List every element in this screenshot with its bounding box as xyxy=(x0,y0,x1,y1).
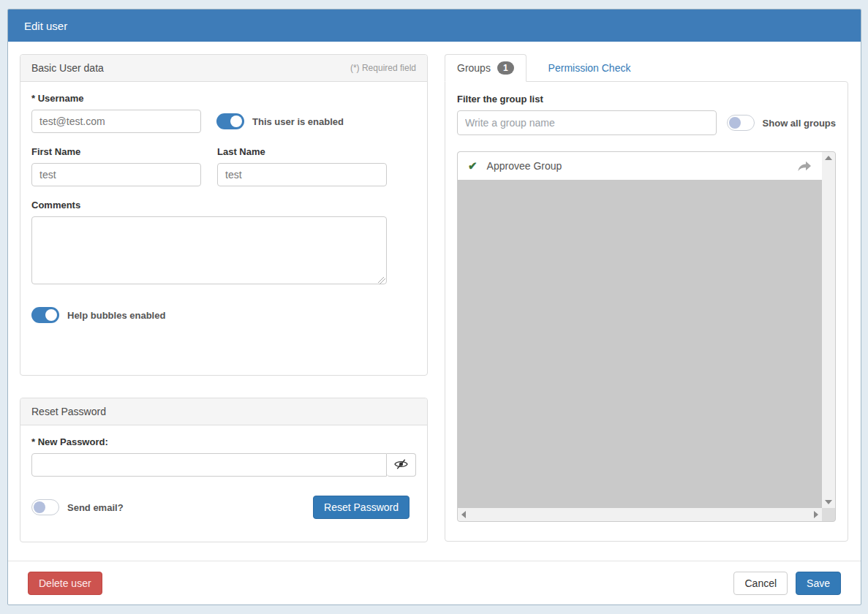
new-password-label: * New Password: xyxy=(31,436,416,447)
cancel-button[interactable]: Cancel xyxy=(733,572,788,595)
show-password-button[interactable] xyxy=(387,453,416,477)
reset-panel-heading: Reset Password xyxy=(20,398,427,425)
help-bubbles-label: Help bubbles enabled xyxy=(67,310,165,321)
show-all-groups-label: Show all groups xyxy=(763,118,836,129)
check-icon: ✔ xyxy=(468,159,478,173)
user-enabled-toggle[interactable] xyxy=(216,113,244,129)
reset-panel-title: Reset Password xyxy=(31,406,106,417)
toggle-knob xyxy=(729,117,741,129)
dialog-body: Basic User data (*) Required field * Use… xyxy=(8,42,861,561)
last-name-label: Last Name xyxy=(217,146,387,157)
comments-textarea[interactable] xyxy=(31,216,387,284)
basic-user-data-panel: Basic User data (*) Required field * Use… xyxy=(20,54,428,376)
scroll-up-icon[interactable] xyxy=(825,156,832,160)
scroll-right-icon[interactable] xyxy=(814,511,818,518)
reset-password-panel: Reset Password * New Password: xyxy=(20,398,428,542)
show-all-groups-toggle[interactable] xyxy=(727,115,755,131)
dialog-header: Edit user xyxy=(8,10,861,42)
group-name: Approvee Group xyxy=(487,160,562,172)
send-email-toggle[interactable] xyxy=(31,499,59,515)
delete-user-button[interactable]: Delete user xyxy=(28,572,102,595)
tab-groups-label: Groups xyxy=(457,62,491,74)
toggle-knob xyxy=(34,501,45,513)
basic-panel-heading: Basic User data (*) Required field xyxy=(20,55,427,82)
tab-permission-check[interactable]: Permission Check xyxy=(537,54,643,82)
scroll-down-icon[interactable] xyxy=(825,500,832,504)
first-name-input[interactable] xyxy=(31,163,201,186)
edit-user-dialog: Edit user Basic User data (*) Required f… xyxy=(7,9,861,605)
save-button[interactable]: Save xyxy=(796,572,841,595)
send-email-label: Send email? xyxy=(67,502,124,513)
group-list-item[interactable]: ✔ Approvee Group xyxy=(458,152,822,180)
username-input[interactable] xyxy=(31,110,201,133)
groups-tab-panel: Filter the group list Show all groups ✔ … xyxy=(445,81,848,542)
group-list: ✔ Approvee Group xyxy=(457,151,836,522)
username-label: * Username xyxy=(31,93,416,104)
filter-group-list-label: Filter the group list xyxy=(457,94,836,105)
group-filter-input[interactable] xyxy=(457,110,717,135)
right-column: Groups 1 Permission Check Filter the gro… xyxy=(445,54,848,561)
tab-permission-check-label: Permission Check xyxy=(548,62,631,74)
toggle-knob xyxy=(45,309,57,321)
comments-label: Comments xyxy=(31,200,416,211)
groups-tabs: Groups 1 Permission Check xyxy=(445,54,848,82)
eye-slash-icon xyxy=(394,458,408,472)
new-password-input[interactable] xyxy=(31,453,387,477)
toggle-knob xyxy=(230,115,242,127)
help-bubbles-toggle[interactable] xyxy=(31,307,59,323)
tab-groups[interactable]: Groups 1 xyxy=(445,54,527,82)
forward-arrow-icon[interactable] xyxy=(797,161,812,172)
dialog-title: Edit user xyxy=(24,20,67,32)
left-column: Basic User data (*) Required field * Use… xyxy=(20,54,428,561)
reset-password-button[interactable]: Reset Password xyxy=(313,496,410,519)
user-enabled-label: This user is enabled xyxy=(252,116,344,127)
resize-grip-icon[interactable] xyxy=(378,277,385,284)
basic-panel-title: Basic User data xyxy=(31,62,104,74)
last-name-input[interactable] xyxy=(217,163,387,186)
group-list-content: ✔ Approvee Group xyxy=(458,152,822,508)
dialog-footer: Delete user Cancel Save xyxy=(8,561,861,604)
vertical-scrollbar[interactable] xyxy=(822,152,835,508)
groups-count-badge: 1 xyxy=(497,61,514,75)
required-field-note: (*) Required field xyxy=(350,63,416,73)
first-name-label: First Name xyxy=(31,146,201,157)
scroll-left-icon[interactable] xyxy=(461,511,466,518)
scrollbar-corner xyxy=(822,508,835,521)
horizontal-scrollbar[interactable] xyxy=(458,508,822,521)
